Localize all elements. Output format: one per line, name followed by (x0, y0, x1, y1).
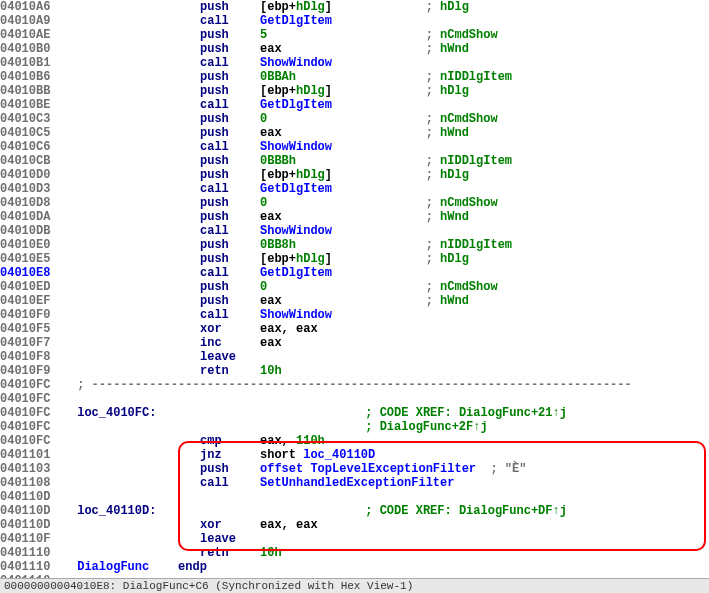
operand[interactable]: ] (325, 168, 332, 182)
operand[interactable]: eax (260, 126, 282, 140)
address[interactable]: 0401108 (0, 476, 70, 490)
address[interactable]: 04010FC (0, 392, 70, 406)
disasm-line[interactable]: 040110D xoreax, eax (0, 518, 709, 532)
operand[interactable]: GetDlgItem (260, 182, 332, 196)
address[interactable]: 04010E8 (0, 266, 70, 280)
disasm-line[interactable]: 04010B6 push0BBAh ; nIDDlgItem (0, 70, 709, 84)
address[interactable]: 040110D (0, 518, 70, 532)
address[interactable]: 04010A9 (0, 14, 70, 28)
operand[interactable]: SetUnhandledExceptionFilter (260, 476, 454, 490)
mnemonic[interactable]: push (200, 210, 260, 224)
mnemonic[interactable]: xor (200, 518, 260, 532)
operand[interactable]: 0 (260, 112, 267, 126)
mnemonic[interactable]: leave (200, 532, 260, 546)
address[interactable]: 040110D (0, 504, 70, 518)
mnemonic[interactable]: push (200, 42, 260, 56)
address[interactable]: 04010F0 (0, 308, 70, 322)
mnemonic[interactable]: push (200, 0, 260, 14)
disasm-line[interactable]: 04010EF pusheax ; hWnd (0, 294, 709, 308)
disasm-line[interactable]: 04010F8 leave (0, 350, 709, 364)
address[interactable]: 04010E5 (0, 252, 70, 266)
mnemonic[interactable]: inc (200, 336, 260, 350)
mnemonic[interactable]: push (200, 154, 260, 168)
disasm-line[interactable]: 04010A9 callGetDlgItem (0, 14, 709, 28)
operand[interactable]: eax, eax (260, 518, 318, 532)
mnemonic[interactable]: call (200, 308, 260, 322)
operand[interactable]: ShowWindow (260, 56, 332, 70)
operand[interactable]: ShowWindow (260, 224, 332, 238)
disasm-line[interactable]: 04010E5 push[ebp+hDlg] ; hDlg (0, 252, 709, 266)
address[interactable]: 04010B0 (0, 42, 70, 56)
address[interactable]: 04010FC (0, 378, 70, 392)
disasm-line[interactable]: 0401110 DialogFunc endp (0, 560, 709, 574)
xref-comment[interactable]: ; CODE XREF: DialogFunc+21↑j (365, 406, 567, 420)
address[interactable]: 04010E0 (0, 238, 70, 252)
operand[interactable]: GetDlgItem (260, 98, 332, 112)
disasm-line[interactable]: 0401110 retn10h (0, 546, 709, 560)
operand[interactable]: ] (325, 252, 332, 266)
disassembly-view[interactable]: 04010A6 push[ebp+hDlg] ; hDlg04010A9 cal… (0, 0, 709, 588)
address[interactable]: 04010C3 (0, 112, 70, 126)
disasm-line[interactable]: 04010C5 pusheax ; hWnd (0, 126, 709, 140)
xref-comment[interactable]: ; DialogFunc+2F↑j (365, 420, 487, 434)
address[interactable]: 0401103 (0, 462, 70, 476)
code-label[interactable]: loc_40110D: (77, 504, 156, 518)
mnemonic[interactable]: push (200, 280, 260, 294)
address[interactable]: 040110F (0, 532, 70, 546)
mnemonic[interactable]: call (200, 14, 260, 28)
address[interactable]: 0401101 (0, 448, 70, 462)
disasm-line[interactable]: 04010FC cmpeax, 110h (0, 434, 709, 448)
mnemonic[interactable]: jnz (200, 448, 260, 462)
operand[interactable]: GetDlgItem (260, 266, 332, 280)
disasm-line[interactable]: 040110D (0, 490, 709, 504)
mnemonic[interactable]: retn (200, 364, 260, 378)
mnemonic[interactable]: call (200, 224, 260, 238)
operand[interactable]: loc_40110D (303, 448, 375, 462)
disasm-line[interactable]: 04010FC (0, 392, 709, 406)
address[interactable]: 04010D8 (0, 196, 70, 210)
operand[interactable]: ShowWindow (260, 140, 332, 154)
disasm-line[interactable]: 04010DB callShowWindow (0, 224, 709, 238)
mnemonic[interactable]: call (200, 476, 260, 490)
disasm-line[interactable]: 04010FC ; DialogFunc+2F↑j (0, 420, 709, 434)
mnemonic[interactable]: push (200, 112, 260, 126)
disasm-line[interactable]: 04010E0 push0BB8h ; nIDDlgItem (0, 238, 709, 252)
address[interactable]: 04010BE (0, 98, 70, 112)
operand[interactable]: 0 (260, 280, 267, 294)
mnemonic[interactable]: push (200, 196, 260, 210)
address[interactable]: 04010DB (0, 224, 70, 238)
disasm-line[interactable]: 04010C6 callShowWindow (0, 140, 709, 154)
address[interactable]: 04010B1 (0, 56, 70, 70)
operand[interactable]: ] (325, 0, 332, 14)
operand[interactable]: eax (260, 294, 282, 308)
disasm-line[interactable]: 040110F leave (0, 532, 709, 546)
disasm-line[interactable]: 04010A6 push[ebp+hDlg] ; hDlg (0, 0, 709, 14)
disasm-line[interactable]: 04010F5 xoreax, eax (0, 322, 709, 336)
mnemonic[interactable]: push (200, 28, 260, 42)
address[interactable]: 04010F9 (0, 364, 70, 378)
mnemonic[interactable]: cmp (200, 434, 260, 448)
operand[interactable]: 10h (260, 364, 282, 378)
operand[interactable]: hDlg (296, 168, 325, 182)
operand[interactable]: hDlg (296, 252, 325, 266)
address[interactable]: 04010D0 (0, 168, 70, 182)
operand[interactable]: 0BB8h (260, 238, 296, 252)
mnemonic[interactable]: call (200, 140, 260, 154)
xref-comment[interactable]: ; CODE XREF: DialogFunc+DF↑j (365, 504, 567, 518)
operand[interactable]: eax, (260, 434, 296, 448)
operand[interactable]: [ebp+ (260, 252, 296, 266)
mnemonic[interactable]: call (200, 98, 260, 112)
disasm-line[interactable]: 04010B0 pusheax ; hWnd (0, 42, 709, 56)
address[interactable]: 04010F7 (0, 336, 70, 350)
disasm-line[interactable]: 04010AE push5 ; nCmdShow (0, 28, 709, 42)
disasm-line[interactable]: 04010D3 callGetDlgItem (0, 182, 709, 196)
address[interactable]: 0401110 (0, 560, 70, 574)
disasm-line[interactable]: 04010D8 push0 ; nCmdShow (0, 196, 709, 210)
disasm-line[interactable]: 04010F7 inceax (0, 336, 709, 350)
disasm-line[interactable]: 0401103 pushoffset TopLevelExceptionFilt… (0, 462, 709, 476)
disasm-line[interactable]: 04010B1 callShowWindow (0, 56, 709, 70)
address[interactable]: 04010D3 (0, 182, 70, 196)
mnemonic[interactable]: call (200, 182, 260, 196)
disasm-line[interactable]: 04010FC ; ------------------------------… (0, 378, 709, 392)
address[interactable]: 04010FC (0, 406, 70, 420)
